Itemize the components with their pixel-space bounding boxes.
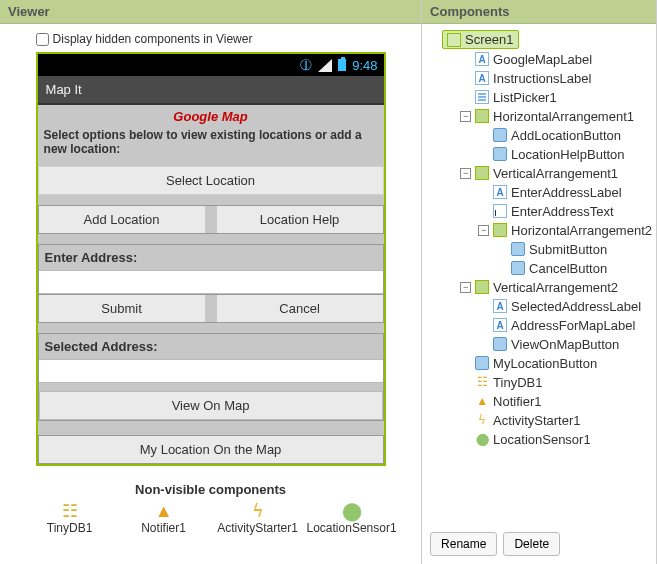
screen-area: Google Map Select options below to view …: [38, 105, 384, 464]
bolt-icon: ϟ: [475, 413, 489, 427]
component-buttons: Rename Delete: [422, 524, 656, 564]
tree-node-viewonmapbutton[interactable]: ViewOnMapButton: [478, 335, 652, 354]
warning-icon: ▲: [155, 501, 173, 521]
tree-node-horizontalarrangement2[interactable]: −HorizontalArrangement2: [478, 221, 652, 240]
textbox-icon: [493, 204, 507, 218]
tree-node-listpicker1[interactable]: ListPicker1: [460, 88, 652, 107]
vertical-arrangement-1[interactable]: Enter Address: Submit Cancel: [38, 244, 384, 323]
clock-text: 9:48: [352, 58, 377, 73]
add-location-button[interactable]: Add Location: [39, 206, 205, 233]
tree-node-horizontalarrangement1[interactable]: −HorizontalArrangement1: [460, 107, 652, 126]
arrangement-icon: [475, 280, 489, 294]
tree-node-selectedaddresslabel[interactable]: ASelectedAddressLabel: [478, 297, 652, 316]
harr1-gap: [205, 206, 217, 233]
arrangement-icon: [493, 223, 507, 237]
bolt-icon: ϟ: [252, 501, 264, 521]
database-icon: ☷: [62, 501, 78, 521]
horizontal-arrangement-2[interactable]: Submit Cancel: [39, 294, 383, 322]
component-tree: Screen1 AGoogleMapLabel AInstructionsLab…: [422, 24, 656, 524]
display-hidden-row: Display hidden components in Viewer: [36, 32, 386, 46]
delete-button[interactable]: Delete: [503, 532, 560, 556]
collapse-icon[interactable]: −: [460, 168, 471, 179]
warning-icon: ▲: [475, 394, 489, 408]
nonvisible-activitystarter[interactable]: ϟ ActivityStarter1: [218, 501, 298, 535]
nonvisible-notifier[interactable]: ▲ Notifier1: [124, 501, 204, 535]
viewer-header: Viewer: [0, 0, 421, 24]
harr2-gap: [205, 295, 217, 322]
wifi-icon: ⦷: [300, 56, 312, 74]
button-icon: [511, 261, 525, 275]
tree-node-cancelbutton[interactable]: CancelButton: [496, 259, 652, 278]
collapse-icon[interactable]: −: [460, 111, 471, 122]
button-icon: [511, 242, 525, 256]
tree-node-enteraddresslabel[interactable]: AEnterAddressLabel: [478, 183, 652, 202]
nonvisible-locationsensor[interactable]: ⬤ LocationSensor1: [312, 501, 392, 535]
view-on-map-button[interactable]: View On Map: [39, 391, 383, 420]
button-icon: [493, 147, 507, 161]
tree-node-tinydb1[interactable]: ☷TinyDB1: [460, 373, 652, 392]
display-hidden-checkbox[interactable]: [36, 33, 49, 46]
collapse-icon[interactable]: −: [460, 282, 471, 293]
nonvisible-label: TinyDB1: [47, 521, 93, 535]
arrangement-icon: [475, 109, 489, 123]
nonvisible-tinydb[interactable]: ☷ TinyDB1: [30, 501, 110, 535]
signal-icon: [318, 59, 332, 72]
tree-node-activitystarter1[interactable]: ϟActivityStarter1: [460, 411, 652, 430]
rename-button[interactable]: Rename: [430, 532, 497, 556]
nonvisible-row: ☷ TinyDB1 ▲ Notifier1 ϟ ActivityStarter1…: [30, 501, 392, 535]
components-header: Components: [422, 0, 656, 24]
button-icon: [493, 128, 507, 142]
vertical-arrangement-2[interactable]: Selected Address: View On Map: [38, 333, 384, 421]
cancel-button[interactable]: Cancel: [217, 295, 383, 322]
label-icon: A: [493, 185, 507, 199]
tree-node-verticalarrangement1[interactable]: −VerticalArrangement1: [460, 164, 652, 183]
button-icon: [493, 337, 507, 351]
arrangement-icon: [475, 166, 489, 180]
enter-address-text[interactable]: [39, 270, 383, 294]
screen-icon: [447, 33, 461, 47]
status-bar: ⦷ 9:48: [38, 54, 384, 76]
pin-icon: ⬤: [475, 432, 489, 446]
tree-node-locationsensor1[interactable]: ⬤LocationSensor1: [460, 430, 652, 449]
app-titlebar: Map It: [38, 76, 384, 105]
tree-node-addlocationbutton[interactable]: AddLocationButton: [478, 126, 652, 145]
tree-node-screen1[interactable]: Screen1: [442, 30, 518, 49]
location-help-button[interactable]: Location Help: [217, 206, 383, 233]
listpicker-icon: [475, 90, 489, 104]
label-icon: A: [493, 318, 507, 332]
nonvisible-title: Non-visible components: [135, 482, 286, 497]
submit-button[interactable]: Submit: [39, 295, 205, 322]
label-icon: A: [475, 52, 489, 66]
listpicker-select-location[interactable]: Select Location: [38, 166, 384, 195]
label-icon: A: [475, 71, 489, 85]
tree-node-notifier1[interactable]: ▲Notifier1: [460, 392, 652, 411]
viewer-panel: Viewer Display hidden components in View…: [0, 0, 422, 564]
button-icon: [475, 356, 489, 370]
selected-address-label[interactable]: Selected Address:: [39, 334, 383, 359]
phone-preview: ⦷ 9:48 Map It Google Map Select options …: [36, 52, 386, 466]
components-panel: Components Screen1 AGoogleMapLabel AInst…: [422, 0, 657, 564]
nonvisible-label: ActivityStarter1: [217, 521, 298, 535]
tree-node-mylocationbutton[interactable]: MyLocationButton: [460, 354, 652, 373]
viewer-body: Display hidden components in Viewer ⦷ 9:…: [0, 24, 421, 564]
tree-node-verticalarrangement2[interactable]: −VerticalArrangement2: [460, 278, 652, 297]
tree-node-googlemaplabel[interactable]: AGoogleMapLabel: [460, 50, 652, 69]
instructions-label[interactable]: Select options below to view existing lo…: [38, 126, 384, 166]
my-location-button[interactable]: My Location On the Map: [38, 435, 384, 464]
nonvisible-label: Notifier1: [141, 521, 186, 535]
tree-node-enteraddresstext[interactable]: EnterAddressText: [478, 202, 652, 221]
tree-node-addressformaplabel[interactable]: AAddressForMapLabel: [478, 316, 652, 335]
horizontal-arrangement-1[interactable]: Add Location Location Help: [38, 205, 384, 234]
tree-node-instructionslabel[interactable]: AInstructionsLabel: [460, 69, 652, 88]
enter-address-label[interactable]: Enter Address:: [39, 245, 383, 270]
collapse-icon[interactable]: −: [478, 225, 489, 236]
label-icon: A: [493, 299, 507, 313]
pin-icon: ⬤: [342, 501, 362, 521]
battery-icon: [338, 59, 346, 71]
nonvisible-label: LocationSensor1: [307, 521, 397, 535]
address-for-map-label[interactable]: [39, 359, 383, 383]
display-hidden-label: Display hidden components in Viewer: [53, 32, 253, 46]
tree-node-submitbutton[interactable]: SubmitButton: [496, 240, 652, 259]
tree-node-locationhelpbutton[interactable]: LocationHelpButton: [478, 145, 652, 164]
google-map-label[interactable]: Google Map: [38, 105, 384, 126]
